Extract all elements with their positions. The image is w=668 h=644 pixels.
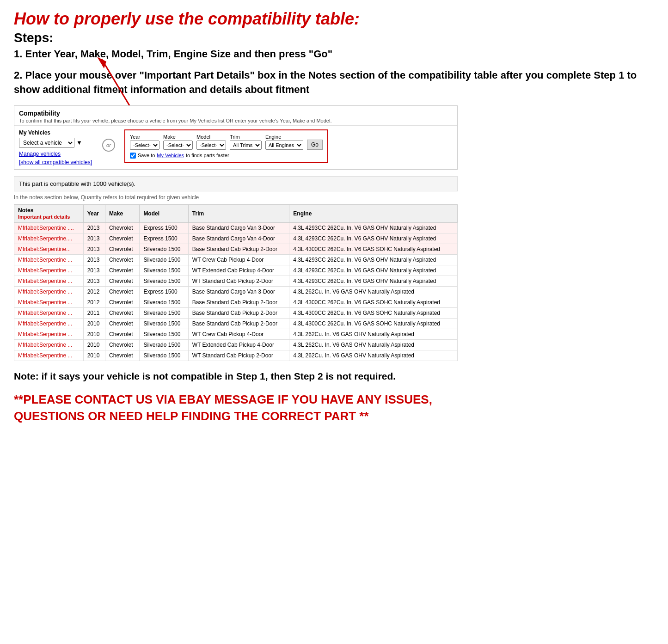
- notes-cell[interactable]: Mfrlabel:Serpentine ....: [14, 222, 84, 233]
- form-row: Year -Select- Make -Select- Model: [130, 134, 323, 150]
- trim-cell: WT Standard Cab Pickup 2-Door: [188, 350, 289, 361]
- make-cell: Chevrolet: [105, 350, 140, 361]
- show-all-link[interactable]: [show all compatible vehicles]: [19, 159, 93, 166]
- select-vehicle-row: Select a vehicle ▼: [19, 138, 93, 148]
- or-label: or: [102, 139, 115, 152]
- notes-cell[interactable]: Mfrlabel:Serpentine ...: [14, 297, 84, 307]
- engine-cell: 4.3L 262Cu. In. V6 GAS OHV Naturally Asp…: [289, 329, 458, 339]
- trim-cell: WT Extended Cab Pickup 4-Door: [188, 265, 289, 276]
- year-field: Year -Select-: [130, 134, 159, 150]
- year-cell: 2013: [83, 254, 105, 265]
- model-cell: Silverado 1500: [140, 265, 188, 276]
- notes-cell[interactable]: Mfrlabel:Serpentine ...: [14, 254, 84, 265]
- engine-cell: 4.3L 4300CC 262Cu. In. V6 GAS SOHC Natur…: [289, 307, 458, 318]
- notes-cell[interactable]: Mfrlabel:Serpentine ...: [14, 286, 84, 297]
- trim-cell: WT Extended Cab Pickup 4-Door: [188, 339, 289, 350]
- engine-cell: 4.3L 262Cu. In. V6 GAS OHV Naturally Asp…: [289, 339, 458, 350]
- make-cell: Chevrolet: [105, 233, 140, 244]
- go-button[interactable]: Go: [307, 140, 323, 150]
- table-row: Mfrlabel:Serpentine ...2013ChevroletSilv…: [14, 265, 458, 276]
- make-cell: Chevrolet: [105, 254, 140, 265]
- quantity-note: In the notes section below, Quantity ref…: [14, 194, 458, 201]
- model-cell: Express 1500: [140, 233, 188, 244]
- year-cell: 2013: [83, 265, 105, 276]
- compatibility-box: Compatibility To confirm that this part …: [14, 105, 458, 170]
- model-cell: Silverado 1500: [140, 297, 188, 307]
- model-cell: Silverado 1500: [140, 307, 188, 318]
- trim-label: Trim: [230, 134, 262, 140]
- year-cell: 2013: [83, 276, 105, 286]
- model-cell: Express 1500: [140, 222, 188, 233]
- main-title: How to properly use the compatibility ta…: [14, 9, 654, 29]
- contact-text: **PLEASE CONTACT US VIA EBAY MESSAGE IF …: [14, 391, 458, 425]
- dropdown-arrow-icon: ▼: [76, 139, 82, 146]
- model-cell: Silverado 1500: [140, 339, 188, 350]
- model-cell: Express 1500: [140, 286, 188, 297]
- year-cell: 2013: [83, 244, 105, 254]
- col-year: Year: [83, 204, 105, 222]
- compatible-notice: This part is compatible with 1000 vehicl…: [14, 176, 458, 191]
- trim-cell: Base Standard Cargo Van 4-Door: [188, 233, 289, 244]
- note-text: Note: if it says your vehicle is not com…: [14, 369, 458, 383]
- trim-cell: Base Standard Cab Pickup 2-Door: [188, 297, 289, 307]
- table-row: Mfrlabel:Serpentine...2013ChevroletSilve…: [14, 244, 458, 254]
- compat-body: My Vehicles Select a vehicle ▼ Manage ve…: [14, 126, 457, 169]
- notes-cell[interactable]: Mfrlabel:Serpentine ...: [14, 350, 84, 361]
- make-cell: Chevrolet: [105, 318, 140, 329]
- model-cell: Silverado 1500: [140, 244, 188, 254]
- notes-cell[interactable]: Mfrlabel:Serpentine ...: [14, 329, 84, 339]
- select-vehicle-dropdown[interactable]: Select a vehicle: [19, 138, 74, 148]
- model-cell: Silverado 1500: [140, 329, 188, 339]
- table-header-row: Notes Important part details Year Make M…: [14, 204, 458, 222]
- make-select[interactable]: -Select-: [163, 141, 193, 150]
- year-select[interactable]: -Select-: [130, 141, 159, 150]
- save-suffix: to finds parts faster: [186, 153, 229, 158]
- model-select[interactable]: -Select-: [196, 141, 226, 150]
- save-checkbox[interactable]: [130, 153, 136, 159]
- engine-cell: 4.3L 4293CC 262Cu. In. V6 GAS OHV Natura…: [289, 254, 458, 265]
- notes-label: Notes: [18, 207, 33, 214]
- notes-cell[interactable]: Mfrlabel:Serpentine ...: [14, 318, 84, 329]
- svg-line-0: [102, 59, 129, 105]
- notes-cell[interactable]: Mfrlabel:Serpentine...: [14, 244, 84, 254]
- notes-cell[interactable]: Mfrlabel:Serpentine ...: [14, 265, 84, 276]
- table-row: Mfrlabel:Serpentine....2013ChevroletExpr…: [14, 233, 458, 244]
- trim-cell: Base Standard Cab Pickup 2-Door: [188, 307, 289, 318]
- year-cell: 2010: [83, 318, 105, 329]
- compatibility-wrapper: Compatibility To confirm that this part …: [14, 105, 654, 361]
- engine-cell: 4.3L 4300CC 262Cu. In. V6 GAS SOHC Natur…: [289, 297, 458, 307]
- engine-cell: 4.3L 4300CC 262Cu. In. V6 GAS SOHC Natur…: [289, 318, 458, 329]
- year-cell: 2012: [83, 286, 105, 297]
- my-vehicles-section: My Vehicles Select a vehicle ▼ Manage ve…: [19, 129, 93, 166]
- year-cell: 2010: [83, 339, 105, 350]
- table-row: Mfrlabel:Serpentine ...2012ChevroletSilv…: [14, 297, 458, 307]
- year-cell: 2013: [83, 233, 105, 244]
- svg-marker-1: [97, 57, 106, 68]
- steps-title: Steps:: [14, 31, 654, 45]
- trim-cell: Base Standard Cargo Van 3-Door: [188, 286, 289, 297]
- year-label: Year: [130, 134, 159, 140]
- table-row: Mfrlabel:Serpentine ....2013ChevroletExp…: [14, 222, 458, 233]
- model-cell: Silverado 1500: [140, 350, 188, 361]
- model-cell: Silverado 1500: [140, 318, 188, 329]
- trim-cell: WT Standard Cab Pickup 2-Door: [188, 276, 289, 286]
- manage-vehicles-link[interactable]: Manage vehicles: [19, 151, 93, 157]
- my-vehicles-label: My Vehicles: [19, 129, 93, 136]
- table-row: Mfrlabel:Serpentine ...2013ChevroletSilv…: [14, 276, 458, 286]
- engine-cell: 4.3L 262Cu. In. V6 GAS OHV Naturally Asp…: [289, 286, 458, 297]
- trim-cell: WT Crew Cab Pickup 4-Door: [188, 254, 289, 265]
- engine-select[interactable]: All Engines: [265, 141, 303, 150]
- notes-cell[interactable]: Mfrlabel:Serpentine ...: [14, 339, 84, 350]
- engine-label: Engine: [265, 134, 303, 140]
- engine-field: Engine All Engines: [265, 134, 303, 150]
- make-cell: Chevrolet: [105, 244, 140, 254]
- notes-cell[interactable]: Mfrlabel:Serpentine ...: [14, 276, 84, 286]
- model-label: Model: [196, 134, 226, 140]
- notes-cell[interactable]: Mfrlabel:Serpentine ...: [14, 307, 84, 318]
- save-row: Save to My Vehicles to finds parts faste…: [130, 153, 323, 159]
- col-notes: Notes Important part details: [14, 204, 84, 222]
- trim-select[interactable]: All Trims: [230, 141, 262, 150]
- engine-cell: 4.3L 4293CC 262Cu. In. V6 GAS OHV Natura…: [289, 276, 458, 286]
- my-vehicles-link[interactable]: My Vehicles: [157, 153, 184, 158]
- notes-cell[interactable]: Mfrlabel:Serpentine....: [14, 233, 84, 244]
